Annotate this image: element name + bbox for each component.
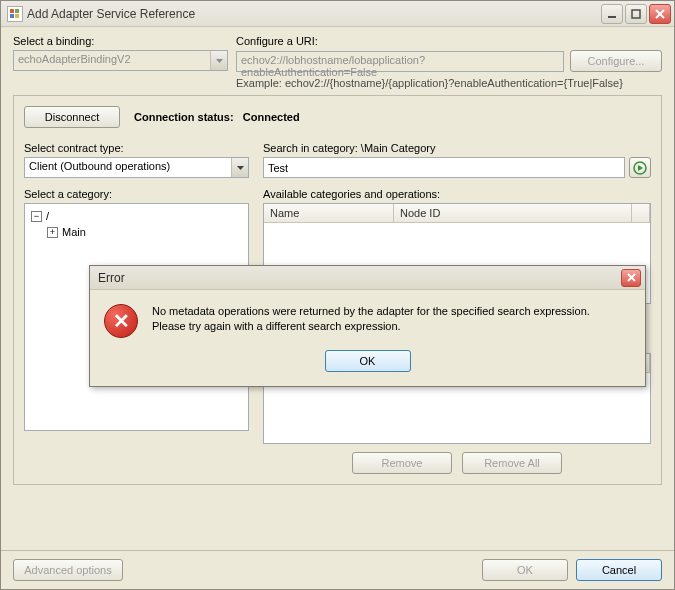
maximize-button[interactable]	[625, 4, 647, 24]
expand-icon[interactable]: +	[47, 227, 58, 238]
remove-all-button[interactable]: Remove All	[462, 452, 562, 474]
close-icon	[655, 9, 665, 19]
minimize-icon	[607, 9, 617, 19]
connection-status: Connection status: Connected	[134, 111, 300, 123]
chevron-down-icon	[210, 51, 227, 70]
collapse-icon[interactable]: −	[31, 211, 42, 222]
advanced-options-button[interactable]: Advanced options	[13, 559, 123, 581]
binding-label: Select a binding:	[13, 35, 228, 47]
close-button[interactable]	[649, 4, 671, 24]
error-icon: ✕	[104, 304, 138, 338]
contract-label: Select contract type:	[24, 142, 249, 154]
available-grid-header: Name Node ID	[264, 204, 650, 223]
cancel-button[interactable]: Cancel	[576, 559, 662, 581]
disconnect-button[interactable]: Disconnect	[24, 106, 120, 128]
error-message: No metadata operations were returned by …	[152, 304, 590, 338]
error-ok-button[interactable]: OK	[325, 350, 411, 372]
maximize-icon	[631, 9, 641, 19]
uri-label: Configure a URI:	[236, 35, 662, 47]
svg-rect-1	[15, 9, 19, 13]
search-go-icon	[633, 161, 647, 175]
search-label: Search in category: \Main Category	[263, 142, 651, 154]
search-button[interactable]	[629, 157, 651, 178]
error-dialog-titlebar: Error	[90, 266, 645, 290]
chevron-down-icon	[231, 158, 248, 177]
svg-rect-5	[632, 10, 640, 18]
uri-input[interactable]: echov2://lobhostname/lobapplication?enab…	[236, 51, 564, 72]
minimize-button[interactable]	[601, 4, 623, 24]
contract-combo[interactable]: Client (Outbound operations)	[24, 157, 249, 178]
svg-rect-4	[608, 16, 616, 18]
titlebar: Add Adapter Service Reference	[1, 1, 674, 27]
svg-rect-0	[10, 9, 14, 13]
uri-example: Example: echov2://{hostname}/{applicatio…	[236, 77, 662, 89]
svg-rect-2	[10, 14, 14, 18]
tree-item[interactable]: + Main	[27, 224, 246, 240]
error-close-button[interactable]	[621, 269, 641, 287]
ok-button[interactable]: OK	[482, 559, 568, 581]
contract-value: Client (Outbound operations)	[24, 157, 249, 178]
binding-value: echoAdapterBindingV2	[13, 50, 228, 71]
remove-button[interactable]: Remove	[352, 452, 452, 474]
close-icon	[627, 273, 636, 282]
configure-button[interactable]: Configure...	[570, 50, 662, 72]
error-dialog: Error ✕ No metadata operations were retu…	[89, 265, 646, 387]
category-label: Select a category:	[24, 188, 249, 200]
footer: Advanced options OK Cancel	[1, 550, 674, 589]
col-name[interactable]: Name	[264, 204, 394, 222]
col-node-id[interactable]: Node ID	[394, 204, 632, 222]
svg-marker-9	[237, 166, 244, 170]
main-window: Add Adapter Service Reference Select a b…	[0, 0, 675, 590]
svg-rect-3	[15, 14, 19, 18]
tree-root[interactable]: − /	[27, 208, 246, 224]
app-icon	[7, 6, 23, 22]
svg-marker-8	[216, 59, 223, 63]
svg-marker-11	[638, 165, 643, 171]
search-input[interactable]	[263, 157, 625, 178]
error-dialog-title: Error	[98, 271, 125, 285]
binding-combo[interactable]: echoAdapterBindingV2	[13, 50, 228, 71]
window-title: Add Adapter Service Reference	[27, 7, 195, 21]
available-label: Available categories and operations:	[263, 188, 651, 200]
